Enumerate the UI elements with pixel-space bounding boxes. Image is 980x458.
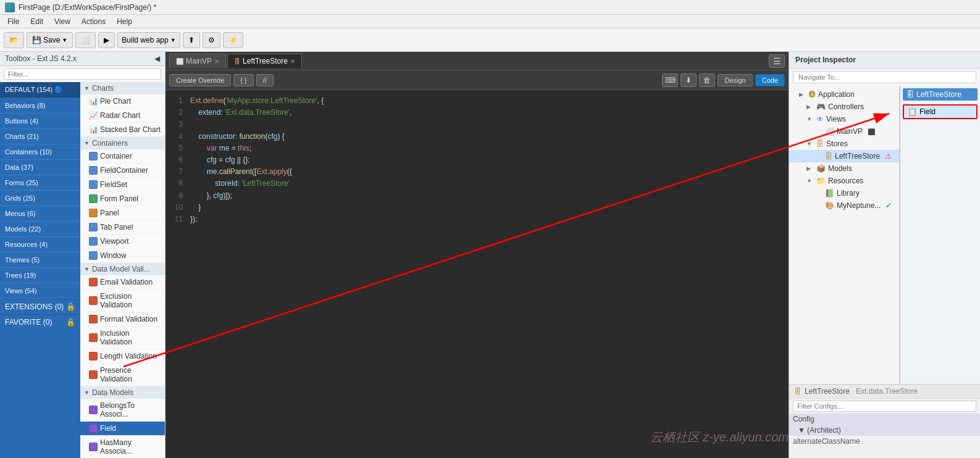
has-many-icon	[89, 443, 98, 451]
panel-item[interactable]: Panel	[80, 206, 165, 220]
resources-label: Resources	[828, 177, 863, 185]
main-vp-tab-label: MainVP	[186, 57, 212, 65]
category-menus[interactable]: Menus (6)	[0, 206, 80, 222]
download-icon[interactable]: ⬇	[681, 73, 697, 87]
category-data[interactable]: Data (37)	[0, 160, 80, 175]
inspector-search-input[interactable]	[793, 71, 976, 83]
category-views[interactable]: Views (54)	[0, 283, 80, 299]
category-favorite[interactable]: FAVORITE (0) 🔒	[0, 314, 80, 330]
tree-stores[interactable]: ▼ 🗄 Stores	[789, 138, 899, 150]
category-models[interactable]: Models (22)	[0, 222, 80, 237]
category-extensions[interactable]: EXTENSIONS (0) 🔒	[0, 299, 80, 314]
code-text-5: var me = this;	[190, 143, 251, 154]
main-vp-tab-close[interactable]: ✕	[214, 58, 219, 65]
tab-main-vp[interactable]: ⬜ MainVP ✕	[169, 54, 226, 68]
viewport-item[interactable]: Viewport	[80, 235, 165, 249]
menu-view[interactable]: View	[49, 16, 75, 27]
charts-group-label: Charts	[92, 84, 114, 93]
exclusion-validation-item[interactable]: Exclusion Validation	[80, 289, 165, 312]
format-validation-item[interactable]: Format Validation	[80, 312, 165, 327]
tree-resources[interactable]: ▼ 📁 Resources	[789, 175, 899, 187]
tree-models[interactable]: ▶ 📦 Models	[789, 162, 899, 175]
charts-group-header[interactable]: ▼ Charts	[80, 82, 165, 94]
category-resources[interactable]: Resources (4)	[0, 237, 80, 252]
braces-button[interactable]: { }	[233, 74, 253, 86]
toolbox-filter-input[interactable]	[4, 69, 161, 80]
has-many-label: HasMany Associa...	[100, 438, 161, 456]
lightning-button[interactable]: ⚡	[223, 32, 243, 48]
menu-file[interactable]: File	[2, 16, 24, 27]
tree-library[interactable]: 📗 Library	[789, 187, 899, 199]
tree-controllers[interactable]: ▶ 🎮 Controllers	[789, 101, 899, 113]
app-icon	[5, 2, 15, 12]
tabs-menu-icon[interactable]: ☰	[769, 54, 785, 68]
keyboard-icon[interactable]: ⌨	[662, 73, 678, 87]
category-trees[interactable]: Trees (19)	[0, 268, 80, 283]
window-title: FirstPage (D:/ExtWorkSpace/FirstPage/) *	[19, 3, 156, 12]
window-item[interactable]: Window	[80, 249, 165, 263]
category-default[interactable]: DEFAULT (154) 🔵	[0, 82, 80, 98]
menu-actions[interactable]: Actions	[77, 16, 111, 27]
config-label: Config	[793, 415, 815, 423]
belongs-to-icon	[89, 406, 98, 414]
window-button[interactable]: ⬜	[75, 32, 96, 48]
tab-panel-icon	[89, 223, 98, 231]
tab-left-tree-store[interactable]: 🗄 LeftTreeStore ✕	[227, 54, 302, 68]
belongs-to-item[interactable]: BelongsTo Associ...	[80, 399, 165, 422]
tree-my-neptune[interactable]: 🎨 MyNeptune... ✔	[789, 199, 899, 212]
create-override-button[interactable]: Create Override	[169, 74, 231, 86]
comment-button[interactable]: //	[256, 74, 274, 86]
main-layout: Toolbox - Ext JS 4.2.x ◀ DEFAULT (154) 🔵…	[0, 52, 980, 458]
category-behaviors[interactable]: Behaviors (8)	[0, 98, 80, 114]
settings-button[interactable]: ⚙	[203, 32, 220, 48]
fieldset-item[interactable]: FieldSet	[80, 178, 165, 192]
field-item[interactable]: Field	[80, 422, 165, 436]
design-button[interactable]: Design	[718, 74, 752, 86]
presence-validation-item[interactable]: Presence Validation	[80, 364, 165, 386]
category-buttons[interactable]: Buttons (4)	[0, 114, 80, 129]
category-grids[interactable]: Grids (25)	[0, 191, 80, 206]
bottom-filter-input[interactable]	[793, 401, 976, 412]
toolbox-collapse-icon[interactable]: ◀	[154, 54, 160, 63]
stacked-bar-chart-item[interactable]: 📊 Stacked Bar Chart	[80, 123, 165, 137]
field-right-item[interactable]: 📋 Field	[903, 104, 978, 119]
delete-icon[interactable]: 🗑	[699, 73, 715, 87]
build-web-app-dropdown[interactable]: Build web app ▼	[117, 32, 180, 48]
save-button[interactable]: 💾 Save ▼	[27, 32, 73, 48]
left-tree-store-tab-close[interactable]: ✕	[290, 58, 295, 65]
tree-left-tree-store[interactable]: 🗄 LeftTreeStore ⚠	[789, 150, 899, 162]
data-models-label: Data Models	[92, 388, 133, 397]
pie-chart-item[interactable]: 📊 Pie Chart	[80, 94, 165, 109]
category-themes[interactable]: Themes (5)	[0, 252, 80, 268]
stores-label: Stores	[826, 139, 848, 148]
tree-main-vp[interactable]: ⬜ MainVP ⬛	[789, 125, 899, 138]
publish-button[interactable]: ⬆	[183, 32, 200, 48]
inclusion-validation-item[interactable]: Inclusion Validation	[80, 327, 165, 349]
save-dropdown-arrow[interactable]: ▼	[62, 37, 67, 43]
favorite-lock-icon: 🔒	[66, 318, 75, 327]
tree-views[interactable]: ▼ 👁 Views	[789, 113, 899, 125]
data-models-header[interactable]: ▼ Data Models	[80, 386, 165, 399]
category-forms[interactable]: Forms (25)	[0, 175, 80, 191]
menu-edit[interactable]: Edit	[25, 16, 48, 27]
open-button[interactable]: 📂	[4, 32, 24, 48]
containers-group-header[interactable]: ▼ Containers	[80, 137, 165, 149]
radar-chart-item[interactable]: 📈 Radar Chart	[80, 109, 165, 123]
data-model-vali-header[interactable]: ▼ Data Model Vali...	[80, 263, 165, 275]
menu-help[interactable]: Help	[112, 16, 137, 27]
form-panel-item[interactable]: Form Panel	[80, 192, 165, 206]
code-button[interactable]: Code	[755, 74, 785, 86]
right-panel: Project Inspector ▶ 🅐 Application ▶ 🎮 Co…	[789, 52, 980, 458]
tab-panel-item[interactable]: Tab Panel	[80, 220, 165, 235]
category-charts[interactable]: Charts (21)	[0, 129, 80, 144]
category-containers[interactable]: Containers (10)	[0, 144, 80, 160]
container-item[interactable]: Container	[80, 149, 165, 164]
length-validation-item[interactable]: Length Validation	[80, 349, 165, 364]
email-validation-item[interactable]: Email Validation	[80, 275, 165, 289]
field-container-item[interactable]: FieldContainer	[80, 164, 165, 178]
presence-validation-label: Presence Validation	[100, 366, 161, 383]
myneptune-check-icon: ✔	[886, 201, 892, 210]
has-many-item[interactable]: HasMany Associa...	[80, 436, 165, 458]
tree-application[interactable]: ▶ 🅐 Application	[789, 88, 899, 101]
play-button[interactable]: ▶	[98, 32, 115, 48]
